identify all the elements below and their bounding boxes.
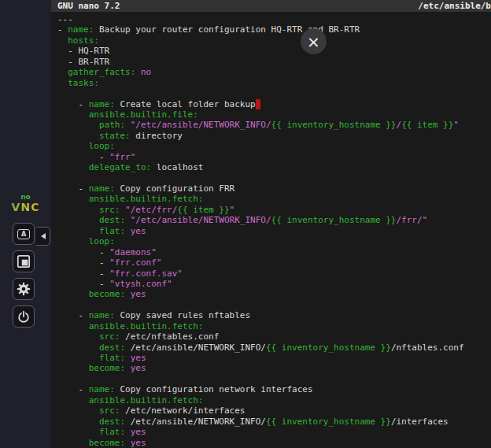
sidebar-buttons: A — [13, 223, 35, 328]
editor-line: ansible.builtin.file: — [57, 109, 491, 120]
editor-line: become: yes — [57, 438, 491, 448]
editor-line: --- — [57, 14, 491, 24]
editor-line: - name: Copy configuration network inter… — [57, 384, 491, 394]
editor-line: - BR-RTR — [57, 57, 491, 67]
novnc-logo-text: VNC — [0, 202, 51, 213]
screen: no VNC A — [0, 0, 491, 448]
editor-line: - HQ-RTR — [57, 46, 491, 56]
editor-line: - "vtysh.conf" — [57, 279, 491, 289]
nano-filepath: /etc/ansible/b — [418, 0, 491, 12]
editor-line: flat: yes — [57, 226, 491, 236]
editor-line: ansible.builtin.fetch: — [57, 194, 491, 204]
chevron-left-icon — [41, 233, 46, 239]
editor-line: dest: /etc/ansible/NETWORK_INFO/{{ inven… — [57, 417, 491, 427]
settings-button[interactable] — [13, 278, 35, 300]
vnc-sidebar: no VNC A — [0, 0, 51, 448]
editor-lines: ---- name: Backup your router configurat… — [51, 12, 491, 448]
editor-line: - "daemons" — [57, 247, 491, 257]
editor-line: - name: Create local folder backup — [57, 99, 491, 109]
editor-line — [57, 374, 491, 384]
editor-line: gather_facts: no — [57, 67, 491, 77]
nano-version-label: GNU nano 7.2 — [57, 0, 120, 12]
novnc-logo: no VNC — [0, 194, 51, 213]
editor-line — [57, 173, 491, 183]
editor-line: state: directory — [57, 131, 491, 141]
fullscreen-icon — [17, 254, 31, 268]
gear-icon — [17, 282, 31, 296]
editor-line: path: "/etc/ansible/NETWORK_INFO/{{ inve… — [57, 120, 491, 130]
nano-titlebar: GNU nano 7.2 /etc/ansible/b — [51, 0, 491, 12]
sidebar-collapse-handle[interactable] — [36, 227, 50, 246]
novnc-logo-prefix: no — [0, 194, 51, 201]
editor-line: - "frr.conf.sav" — [57, 268, 491, 279]
editor-line: become: yes — [57, 289, 491, 299]
keyboard-icon-glyph: A — [21, 231, 26, 238]
editor-line: src: "/etc/frr/{{ item }}" — [57, 205, 491, 215]
editor-line: dest: /etc/ansible/NETWORK_INFO/{{ inven… — [57, 342, 491, 353]
editor-line: - name: Copy configuration FRR — [57, 183, 491, 194]
editor-line: - name: Backup your router configuration… — [57, 24, 491, 35]
editor-line: src: /etc/network/interfaces — [57, 405, 491, 416]
fullscreen-button[interactable] — [13, 250, 35, 272]
power-button[interactable] — [13, 305, 35, 328]
editor-line: loop: — [57, 141, 491, 151]
editor-line: loop: — [57, 236, 491, 246]
editor-line — [57, 88, 491, 98]
close-button[interactable]: × — [301, 28, 327, 54]
editor-line: tasks: — [57, 78, 491, 88]
editor-line: flat: yes — [57, 353, 491, 363]
editor-line: flat: yes — [57, 427, 491, 437]
editor-line: dest: "/etc/ansible/NETWORK_INFO/{{ inve… — [57, 215, 491, 225]
editor-line: - "frr" — [57, 152, 491, 162]
keyboard-button[interactable]: A — [13, 223, 35, 245]
keyboard-icon: A — [17, 229, 30, 239]
editor-line: delegate_to: localhost — [57, 162, 491, 172]
editor-line: hosts: — [57, 35, 491, 46]
editor-line: ansible.builtin.fetch: — [57, 321, 491, 331]
terminal[interactable]: GNU nano 7.2 /etc/ansible/b ---- name: B… — [51, 0, 491, 448]
editor-line: - name: Copy saved rules nftables — [57, 310, 491, 320]
power-icon — [17, 309, 31, 324]
editor-line: become: yes — [57, 363, 491, 373]
editor-line: src: /etc/nftables.conf — [57, 331, 491, 342]
editor-line: - "frr.conf" — [57, 257, 491, 268]
editor-line — [57, 300, 491, 310]
close-icon: × — [307, 34, 320, 50]
editor-line: ansible.builtin.fetch: — [57, 395, 491, 405]
